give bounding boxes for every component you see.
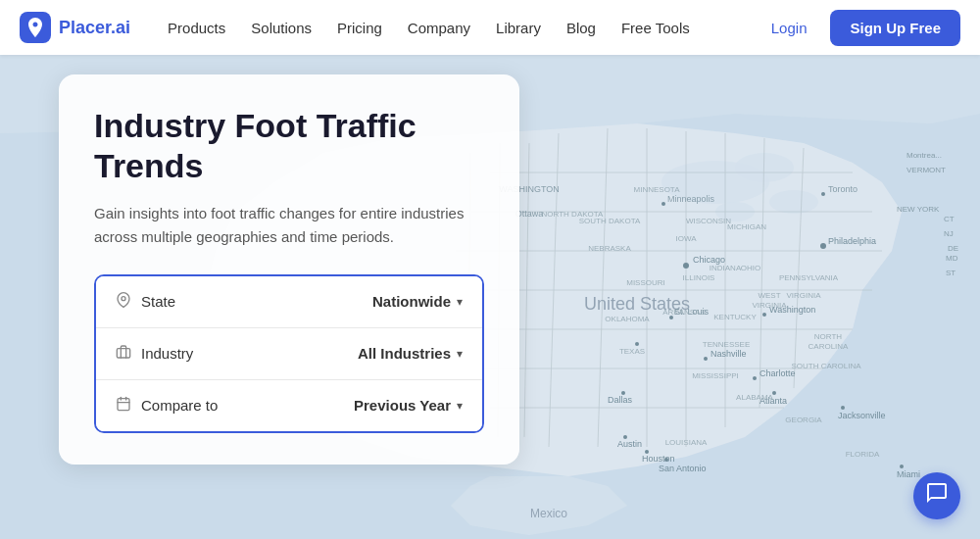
logo[interactable]: Placer.ai (20, 12, 130, 43)
svg-point-43 (664, 458, 668, 462)
svg-point-33 (704, 357, 708, 361)
industry-icon (116, 344, 131, 364)
svg-text:San Antonio: San Antonio (659, 464, 707, 473)
compare-dropdown[interactable]: Previous Year ▾ (354, 397, 463, 414)
state-value: Nationwide (372, 293, 451, 310)
location-icon (116, 292, 131, 312)
nav-free-tools[interactable]: Free Tools (612, 14, 700, 42)
nav-company[interactable]: Company (398, 14, 480, 42)
svg-text:MISSISSIPPI: MISSISSIPPI (692, 371, 739, 380)
compare-label: Compare to (141, 397, 218, 414)
svg-text:DE: DE (948, 244, 958, 253)
svg-text:MD: MD (946, 254, 958, 263)
filter-industry-left: Industry (116, 344, 193, 364)
svg-text:Minneapolis: Minneapolis (667, 194, 715, 204)
svg-text:ST: ST (946, 269, 956, 277)
nav-library[interactable]: Library (486, 14, 551, 42)
svg-text:OHIO: OHIO (741, 264, 760, 272)
nav-blog[interactable]: Blog (557, 14, 606, 42)
nav-solutions[interactable]: Solutions (241, 14, 321, 42)
svg-rect-96 (117, 348, 129, 357)
svg-text:Ottawa: Ottawa (515, 209, 544, 219)
svg-text:Nashville: Nashville (710, 349, 747, 359)
svg-text:LOUISIANA: LOUISIANA (665, 438, 708, 447)
svg-text:VIRGINIA: VIRGINIA (752, 301, 787, 310)
chat-bubble[interactable] (913, 472, 960, 519)
logo-icon (20, 12, 51, 43)
svg-point-35 (762, 313, 766, 317)
svg-text:VIRGINIA: VIRGINIA (786, 291, 821, 300)
chat-icon (925, 481, 949, 511)
svg-text:KENTUCKY: KENTUCKY (713, 313, 757, 321)
svg-text:WISCONSIN: WISCONSIN (686, 217, 731, 225)
svg-text:Austin: Austin (617, 439, 642, 449)
login-button[interactable]: Login (760, 14, 819, 42)
state-label: State (141, 293, 175, 310)
svg-text:NORTH DAKOTA: NORTH DAKOTA (542, 210, 604, 219)
svg-text:TENNESSEE: TENNESSEE (703, 340, 750, 349)
calendar-icon (116, 396, 131, 416)
svg-point-89 (821, 192, 825, 196)
nav-pricing[interactable]: Pricing (327, 14, 392, 42)
svg-text:Montrea...: Montrea... (906, 151, 942, 160)
svg-point-26 (683, 263, 689, 269)
svg-text:Philadelphia: Philadelphia (828, 236, 876, 246)
svg-text:Jacksonville: Jacksonville (838, 411, 886, 420)
svg-text:Houston: Houston (642, 454, 675, 464)
state-chevron-icon: ▾ (457, 295, 463, 309)
navbar: Placer.ai Products Solutions Pricing Com… (0, 0, 980, 55)
industry-label: Industry (141, 345, 193, 362)
hero-subtitle: Gain insights into foot traffic changes … (94, 202, 484, 249)
svg-text:Miami: Miami (897, 469, 920, 479)
svg-text:VERMONT: VERMONT (906, 166, 946, 174)
svg-text:NJ: NJ (944, 229, 954, 238)
svg-text:FLORIDA: FLORIDA (846, 450, 880, 459)
svg-text:MICHIGAN: MICHIGAN (727, 222, 766, 231)
filter-row-industry[interactable]: Industry All Industries ▾ (96, 327, 482, 379)
svg-text:NORTH: NORTH (814, 332, 843, 341)
svg-text:CAROLINA: CAROLINA (808, 342, 850, 351)
nav-links: Products Solutions Pricing Company Libra… (158, 14, 760, 42)
svg-point-51 (900, 465, 904, 468)
svg-text:MISSOURI: MISSOURI (626, 278, 665, 287)
svg-text:IOWA: IOWA (675, 234, 697, 243)
svg-text:NEBRASKA: NEBRASKA (588, 244, 631, 253)
svg-text:GEORGIA: GEORGIA (785, 416, 822, 424)
svg-point-30 (635, 342, 639, 346)
compare-chevron-icon: ▾ (457, 399, 463, 413)
svg-text:Mexico: Mexico (530, 507, 567, 520)
svg-text:NEW YORK: NEW YORK (897, 205, 940, 214)
svg-rect-97 (118, 398, 129, 410)
svg-text:ALABAMA: ALABAMA (736, 393, 773, 402)
hero-panel: Industry Foot Traffic Trends Gain insigh… (59, 74, 519, 465)
svg-text:Charlotte: Charlotte (760, 368, 796, 378)
state-dropdown[interactable]: Nationwide ▾ (372, 293, 463, 310)
logo-text: Placer.ai (59, 18, 130, 38)
svg-point-28 (820, 243, 826, 249)
filter-card: State Nationwide ▾ Industry All Industri… (94, 274, 484, 433)
svg-point-91 (662, 202, 665, 206)
svg-text:Dallas: Dallas (608, 395, 633, 405)
industry-chevron-icon: ▾ (457, 347, 463, 361)
svg-text:PENNSYLVANIA: PENNSYLVANIA (779, 273, 839, 282)
svg-text:SOUTH CAROLINA: SOUTH CAROLINA (791, 362, 861, 370)
compare-value: Previous Year (354, 397, 451, 414)
nav-actions: Login Sign Up Free (760, 10, 960, 46)
svg-text:WEST: WEST (758, 291, 780, 300)
nav-products[interactable]: Products (158, 14, 235, 42)
svg-text:ARKANSAS: ARKANSAS (662, 308, 706, 317)
svg-text:CT: CT (944, 215, 955, 223)
filter-state-left: State (116, 292, 175, 312)
svg-point-49 (841, 406, 845, 410)
filter-row-state[interactable]: State Nationwide ▾ (96, 276, 482, 327)
svg-text:INDIANA: INDIANA (710, 264, 742, 272)
signup-button[interactable]: Sign Up Free (830, 10, 960, 46)
filter-row-compare[interactable]: Compare to Previous Year ▾ (96, 379, 482, 431)
svg-point-45 (753, 376, 757, 380)
industry-dropdown[interactable]: All Industries ▾ (358, 345, 463, 362)
hero-title: Industry Foot Traffic Trends (94, 106, 484, 186)
industry-value: All Industries (358, 345, 451, 362)
svg-text:ILLINOIS: ILLINOIS (683, 273, 715, 282)
svg-text:TEXAS: TEXAS (619, 347, 645, 356)
svg-text:OKLAHOMA: OKLAHOMA (605, 315, 650, 323)
